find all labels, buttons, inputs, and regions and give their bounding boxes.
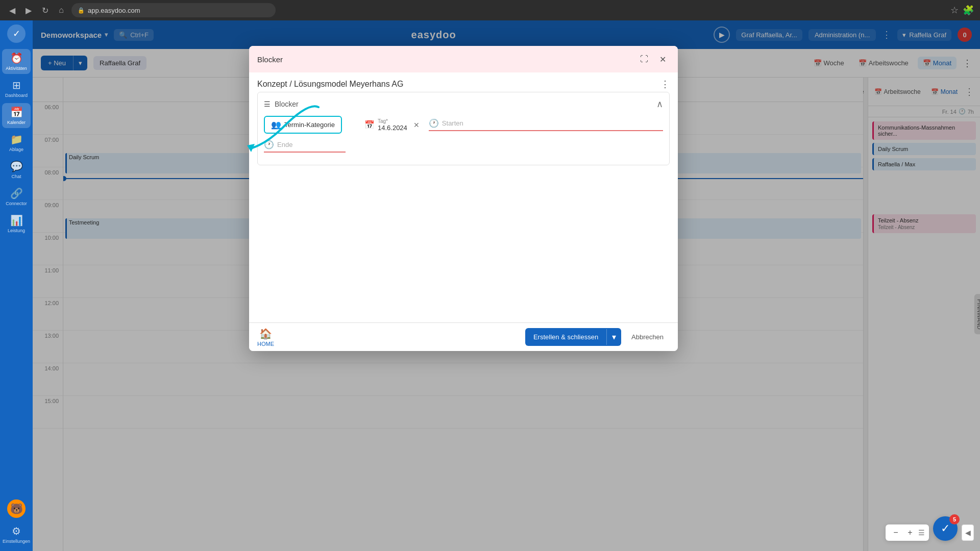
sidebar-label-connector: Connector (6, 201, 27, 206)
bottom-right-controls: − + ☰ ✓ 5 ◀ (886, 516, 974, 541)
sidebar-label-kalender: Kalender (7, 120, 26, 125)
section-header: ☰ Blocker ∧ (264, 98, 663, 110)
back-button[interactable]: ◀ (6, 4, 18, 16)
expand-panel-button[interactable]: ◀ (962, 524, 974, 541)
sidebar-item-leistung[interactable]: 📊 Leistung (2, 211, 31, 236)
browser-bar: ◀ ▶ ↻ ⌂ 🔒 app.easydoo.com ☆ 🧩 (0, 0, 980, 20)
chat-icon: 💬 (10, 160, 23, 172)
settings-icon: ⚙ (12, 525, 21, 537)
refresh-button[interactable]: ↻ (39, 4, 51, 16)
create-close-label: Erstellen & schliessen (525, 329, 607, 345)
sidebar-item-dashboard[interactable]: ⊞ Dashboard (2, 76, 31, 101)
category-button[interactable]: 👥 Termin-Kategorie (264, 116, 342, 134)
sidebar-item-ablage[interactable]: 📁 Ablage (2, 130, 31, 155)
home-label: HOME (257, 341, 274, 347)
ablage-icon: 📁 (10, 133, 23, 145)
home-icon: 🏠 (259, 328, 272, 340)
sidebar-label-leistung: Leistung (8, 228, 25, 233)
modal-footer: 🏠 HOME Erstellen & schliessen ▾ Abbreche… (249, 322, 678, 351)
section-icon: ☰ (264, 100, 271, 108)
dashboard-icon: ⊞ (12, 79, 21, 91)
form-row-end: 🕐 Ende (264, 140, 663, 153)
modal-expand-button[interactable]: ⛶ (637, 52, 651, 66)
home-button[interactable]: ⌂ (55, 4, 67, 16)
modal-content-area (257, 171, 670, 314)
expand-icon: ◀ (965, 529, 971, 537)
modal-menu-icon[interactable]: ⋮ (660, 79, 670, 90)
modal-body: ☰ Blocker ∧ 👥 Termin-Kategorie 📅 (249, 92, 678, 322)
date-value: 14.6.2024 (378, 124, 407, 132)
sidebar-logo[interactable]: ✓ (7, 24, 26, 43)
section-collapse-icon[interactable]: ∧ (656, 98, 663, 110)
forward-button[interactable]: ▶ (22, 4, 35, 16)
blocker-section: ☰ Blocker ∧ 👥 Termin-Kategorie 📅 (257, 92, 670, 165)
start-time-placeholder: Starten (442, 119, 463, 127)
sidebar-label-aktivitaten: Aktivitäten (6, 66, 27, 71)
blocker-header-label: Blocker (257, 55, 283, 64)
sidebar-label-chat: Chat (11, 174, 21, 179)
start-clock-icon: 🕐 (429, 118, 439, 128)
create-close-button[interactable]: Erstellen & schliessen ▾ (525, 328, 621, 346)
blocker-modal: Blocker ⛶ ✕ Konzept / Lösungsmodel Meyer… (249, 46, 678, 351)
sidebar-item-chat[interactable]: 💬 Chat (2, 157, 31, 182)
start-time-field[interactable]: 🕐 Starten (429, 118, 663, 131)
date-field: 📅 Tag* 14.6.2024 ✕ (364, 118, 423, 132)
zoom-out-button[interactable]: − (890, 527, 902, 539)
leistung-icon: 📊 (10, 214, 23, 227)
modal-header-actions: ⛶ ✕ (637, 52, 670, 66)
task-count-badge: 5 (949, 514, 960, 524)
create-arrow-icon: ▾ (607, 328, 621, 346)
footer-actions: Erstellen & schliessen ▾ Abbrechen (525, 328, 670, 346)
address-bar[interactable]: 🔒 app.easydoo.com (71, 3, 276, 17)
cancel-button[interactable]: Abbrechen (625, 329, 670, 345)
modal-header: Blocker ⛶ ✕ (249, 46, 678, 72)
aktivitaten-icon: ⏰ (10, 52, 23, 64)
connector-icon: 🔗 (10, 187, 23, 199)
sidebar-item-connector[interactable]: 🔗 Connector (2, 184, 31, 209)
list-view-icon[interactable]: ☰ (918, 529, 925, 537)
lock-icon: 🔒 (78, 7, 85, 14)
home-button[interactable]: 🏠 HOME (257, 328, 274, 347)
modal-header-title: Blocker (257, 55, 283, 64)
sidebar: ✓ ⏰ Aktivitäten ⊞ Dashboard 📅 Kalender 📁… (0, 20, 33, 551)
sidebar-label-dashboard: Dashboard (5, 93, 28, 98)
section-title-label: Blocker (275, 100, 299, 108)
date-label: Tag* (378, 118, 407, 124)
task-count: 5 (953, 516, 956, 522)
modal-close-button[interactable]: ✕ (655, 52, 670, 66)
sidebar-item-kalender[interactable]: 📅 Kalender (2, 103, 31, 128)
date-clear-button[interactable]: ✕ (410, 119, 423, 131)
category-label: Termin-Kategorie (284, 121, 335, 129)
end-time-field[interactable]: 🕐 Ende (264, 140, 346, 153)
extension-icon[interactable]: 🧩 (963, 5, 974, 16)
main-content: Demoworkspace ▾ 🔍 Ctrl+F easydoo ▶ Graf … (33, 20, 980, 551)
category-icon: 👥 (271, 120, 281, 130)
user-avatar[interactable]: 🐻 (7, 499, 26, 518)
task-check-button[interactable]: ✓ 5 (933, 516, 958, 541)
zoom-controls: − + ☰ (886, 524, 929, 541)
check-icon: ✓ (941, 522, 950, 535)
sidebar-label-einstellungen: Einstellungen (3, 539, 30, 544)
end-time-placeholder: Ende (277, 141, 292, 148)
url-text: app.easydoo.com (88, 7, 140, 14)
kalender-icon: 📅 (10, 106, 23, 118)
modal-breadcrumb: Konzept / Lösungsmodel Meyerhans AG (257, 80, 403, 89)
zoom-in-button[interactable]: + (904, 527, 916, 539)
date-icon: 📅 (364, 120, 375, 130)
sidebar-item-einstellungen[interactable]: ⚙ Einstellungen (2, 522, 31, 547)
bookmark-icon[interactable]: ☆ (950, 5, 959, 16)
section-title: ☰ Blocker (264, 100, 299, 108)
form-row-category: 👥 Termin-Kategorie 📅 Tag* 14.6.2024 ✕ (264, 116, 663, 134)
sidebar-item-aktivitaten[interactable]: ⏰ Aktivitäten (2, 49, 31, 74)
sidebar-label-ablage: Ablage (9, 147, 23, 152)
end-clock-icon: 🕐 (264, 140, 274, 149)
